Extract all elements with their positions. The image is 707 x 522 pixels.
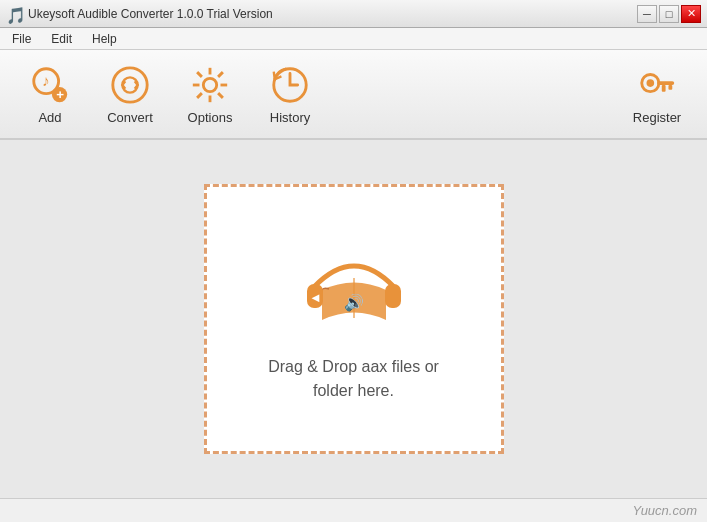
drop-zone-text: Drag & Drop aax files orfolder here. (268, 355, 439, 403)
register-label: Register (633, 110, 681, 125)
svg-rect-19 (662, 85, 666, 92)
options-icon (189, 64, 231, 106)
title-bar: 🎵 Ukeysoft Audible Converter 1.0.0 Trial… (0, 0, 707, 28)
maximize-button[interactable]: □ (659, 5, 679, 23)
menu-help[interactable]: Help (84, 30, 125, 48)
svg-line-10 (197, 72, 202, 77)
convert-label: Convert (107, 110, 153, 125)
svg-point-5 (203, 78, 216, 91)
add-button[interactable]: ♪ + Add (10, 54, 90, 134)
add-icon: ♪ + (29, 64, 71, 106)
minimize-button[interactable]: ─ (637, 5, 657, 23)
title-bar-text: Ukeysoft Audible Converter 1.0.0 Trial V… (28, 7, 273, 21)
title-bar-controls: ─ □ ✕ (637, 5, 701, 23)
menu-bar: File Edit Help (0, 28, 707, 50)
menu-edit[interactable]: Edit (43, 30, 80, 48)
close-button[interactable]: ✕ (681, 5, 701, 23)
main-content: ◄ 🔊 Drag & Drop aax files orfolder here. (0, 140, 707, 498)
options-button[interactable]: Options (170, 54, 250, 134)
svg-line-12 (218, 72, 223, 77)
history-icon (269, 64, 311, 106)
svg-rect-18 (668, 85, 672, 90)
watermark: Yuucn.com (632, 503, 697, 518)
app-icon: 🎵 (6, 6, 22, 22)
svg-rect-21 (385, 284, 401, 308)
convert-button[interactable]: Convert (90, 54, 170, 134)
svg-text:+: + (56, 87, 64, 102)
svg-text:◄: ◄ (309, 290, 322, 305)
svg-text:♪: ♪ (42, 71, 50, 88)
register-icon (636, 64, 678, 106)
register-button[interactable]: Register (617, 54, 697, 134)
menu-file[interactable]: File (4, 30, 39, 48)
drop-zone-icon: ◄ 🔊 (294, 235, 414, 335)
title-bar-left: 🎵 Ukeysoft Audible Converter 1.0.0 Trial… (6, 6, 273, 22)
status-bar: Yuucn.com (0, 498, 707, 522)
drop-zone[interactable]: ◄ 🔊 Drag & Drop aax files orfolder here. (204, 184, 504, 454)
svg-rect-17 (657, 81, 674, 85)
svg-point-16 (647, 79, 655, 87)
svg-line-13 (197, 93, 202, 98)
options-label: Options (188, 110, 233, 125)
svg-line-11 (218, 93, 223, 98)
history-button[interactable]: History (250, 54, 330, 134)
toolbar: ♪ + Add Convert (0, 50, 707, 140)
history-label: History (270, 110, 310, 125)
convert-icon (109, 64, 151, 106)
svg-point-4 (113, 67, 147, 101)
add-label: Add (38, 110, 61, 125)
svg-text:🔊: 🔊 (344, 293, 364, 312)
